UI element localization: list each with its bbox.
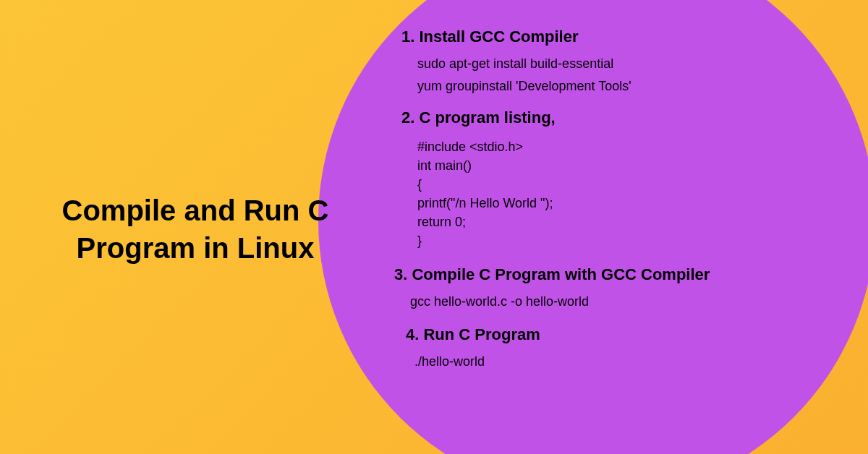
page-title: Compile and Run C Program in Linux (40, 192, 351, 267)
step-2-heading: 2. C program listing, (401, 108, 807, 127)
step-1-command-1: sudo apt-get install build-essential (417, 56, 807, 72)
step-3-heading: 3. Compile C Program with GCC Compiler (394, 265, 807, 284)
step-2-code: #include <stdio.h> int main() { printf("… (417, 137, 807, 251)
step-4-command: ./hello-world (414, 354, 807, 369)
step-1-command-2: yum groupinstall 'Development Tools' (417, 79, 807, 94)
step-4-heading: 4. Run C Program (406, 325, 807, 344)
step-3-command: gcc hello-world.c -o hello-world (410, 294, 807, 309)
step-1-heading: 1. Install GCC Compiler (401, 27, 807, 46)
steps-container: 1. Install GCC Compiler sudo apt-get ins… (401, 27, 807, 369)
